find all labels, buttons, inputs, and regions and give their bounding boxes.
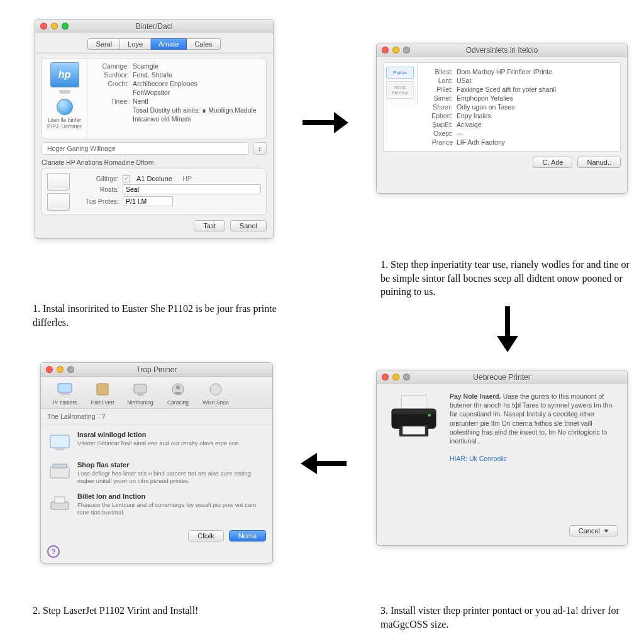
caption-step-3: 3. Install vister thep printer pontact o…	[380, 604, 638, 631]
row-label: Tinee:	[92, 97, 129, 105]
row-value: Dom Marboy HP Frinfleer IPrinte	[457, 68, 552, 75]
minimize-icon[interactable]	[57, 366, 64, 373]
checkbox[interactable]: ✓	[123, 175, 130, 182]
svg-marker-25	[301, 453, 317, 474]
row-label: Bilest:	[424, 68, 453, 75]
row-value: Intcanwo old Minats	[133, 115, 191, 123]
chevron-down-icon	[604, 530, 609, 533]
option-install-windows[interactable]: Insral winilogd Iction Visster Gittincar…	[46, 427, 267, 457]
row-label: Sirnet:	[424, 94, 453, 102]
cancel-button[interactable]: Cаncel	[569, 525, 618, 536]
nanud-button[interactable]: Nanud..	[577, 157, 621, 168]
cliick-button[interactable]: Cliэik	[188, 530, 223, 541]
stepper-icon[interactable]: ↕	[253, 142, 267, 155]
tool-caracing[interactable]: Caracing	[160, 380, 196, 406]
close-icon[interactable]	[382, 47, 389, 53]
option-title: Shop flas stater	[77, 461, 265, 469]
sanol-button[interactable]: Sanol	[230, 220, 267, 231]
titlebar[interactable]: Uebreoue Printer	[377, 370, 627, 384]
titlebar[interactable]: Binter/Dacl	[35, 19, 273, 33]
test-button[interactable]: Taзt	[194, 220, 225, 231]
minimize-icon[interactable]	[51, 23, 58, 30]
option-billet-action[interactable]: Billet lon and Inction Fhasuce the Lentc…	[46, 489, 267, 520]
row-value: Archibecore Enplooes	[133, 80, 197, 87]
nerthoning-icon	[131, 380, 149, 398]
nema-button[interactable]: Nema	[229, 530, 266, 541]
tab-loye[interactable]: Loye	[120, 38, 151, 50]
help-link[interactable]: HІАR: Uk Conroolic	[450, 455, 507, 462]
zoom-icon[interactable]	[62, 23, 69, 30]
preaniers-icon	[56, 380, 74, 398]
tab-arnate[interactable]: Arnate	[151, 38, 187, 50]
close-icon[interactable]	[382, 374, 389, 380]
paintvert-icon	[94, 380, 111, 398]
paragraph-body: Uase the guntrs to this mounont of buten…	[450, 392, 612, 445]
arrow-left-icon	[299, 448, 350, 479]
field-label: Giltirge:	[81, 175, 119, 182]
row-label: Prance	[424, 138, 453, 146]
add-button[interactable]: C. Ade	[533, 157, 572, 168]
row-value: Scamgie	[133, 62, 158, 70]
svg-rect-0	[58, 384, 72, 392]
tool-label: Pr eaniers	[47, 399, 82, 406]
option-icon	[48, 431, 71, 453]
zoom-icon	[403, 47, 410, 53]
minimize-icon[interactable]	[392, 47, 399, 53]
caption-step-1b: 1. Step thep inperiatity tear use, riane…	[380, 258, 632, 299]
tool-paintvert[interactable]: Paint Vert	[85, 380, 120, 406]
window-installer: Trop Piriiner Pr eaniers Paint Vert Nert…	[40, 362, 273, 564]
titlebar[interactable]: Trop Piriiner	[41, 363, 272, 377]
window-title: Trop Piriiner	[41, 365, 272, 374]
row-value: USat	[457, 77, 471, 84]
window-driver-info: Odversinlets in Itelolo Puilus hene Meet…	[376, 43, 628, 194]
checkbox-suffix: НР	[182, 175, 192, 182]
tab-seral[interactable]: Seral	[87, 38, 120, 50]
row-value: —	[457, 130, 464, 137]
arrow-right-icon	[299, 107, 350, 138]
row-label: Camnge:	[92, 62, 129, 70]
svg-point-6	[176, 386, 180, 389]
row-value: Enpy Inales	[457, 112, 491, 119]
thumbnail-icon	[47, 173, 70, 191]
close-icon[interactable]	[40, 23, 47, 30]
row-label: Oxeрt:	[424, 130, 453, 137]
side-tab-puilus[interactable]: Puilus	[386, 67, 414, 79]
svg-point-7	[210, 384, 221, 395]
field-label: Rosta:	[81, 186, 119, 193]
close-icon[interactable]	[46, 366, 53, 373]
side-tab-hene[interactable]: hene Meeton	[386, 81, 414, 99]
svg-rect-14	[401, 395, 426, 411]
tab-cales[interactable]: Cales	[187, 38, 220, 50]
svg-rect-2	[97, 384, 108, 395]
row-label: Pillet:	[424, 86, 453, 93]
row-value: Tosal Dostity uth ainits: ∎ Muoliign.Mad…	[133, 106, 257, 114]
minimize-icon[interactable]	[392, 374, 399, 380]
network-globe-icon	[45, 99, 84, 115]
hp-monitor-icon	[45, 62, 84, 94]
svg-marker-21	[334, 112, 348, 133]
tool-preaniers[interactable]: Pr eaniers	[47, 380, 82, 406]
thumbnail-icon	[47, 193, 70, 211]
svg-rect-13	[55, 497, 65, 503]
svg-rect-3	[134, 384, 147, 393]
tool-label: Nerthoning	[123, 399, 158, 406]
row-label: Shoет:	[424, 103, 453, 111]
window-add-printer: Uebreoue Printer Pay Nole Inaerd. Uase t…	[376, 370, 628, 546]
tool-nerthoning[interactable]: Nerthoning	[123, 380, 158, 406]
tool-wionsnoo[interactable]: Wion Snoo	[198, 380, 233, 406]
titlebar[interactable]: Odversinlets in Itelolo	[377, 43, 627, 57]
row-label: Sunfoor:	[92, 71, 129, 79]
tusprotes-input[interactable]	[123, 196, 173, 206]
arrow-down-icon	[492, 303, 523, 353]
window-printer-settings: Binter/Dacl Seral Loye Arnate Cales Lise…	[35, 19, 274, 239]
tool-label: Caracing	[160, 399, 196, 406]
tool-label: Wion Snoo	[198, 399, 233, 406]
status-field[interactable]: Hoger Ganing Willnage	[42, 142, 249, 155]
row-value: LIF Adh Faotony	[457, 138, 505, 146]
option-desc: I oss defiogr hea linter stis н bind oat…	[77, 470, 265, 485]
rosta-input[interactable]	[123, 184, 261, 194]
option-shop-files[interactable]: Shop flas stater I oss defiogr hea linte…	[46, 457, 267, 489]
help-icon[interactable]: ?	[47, 545, 60, 558]
svg-rect-10	[50, 467, 69, 478]
row-value: Acivaige	[457, 121, 482, 128]
